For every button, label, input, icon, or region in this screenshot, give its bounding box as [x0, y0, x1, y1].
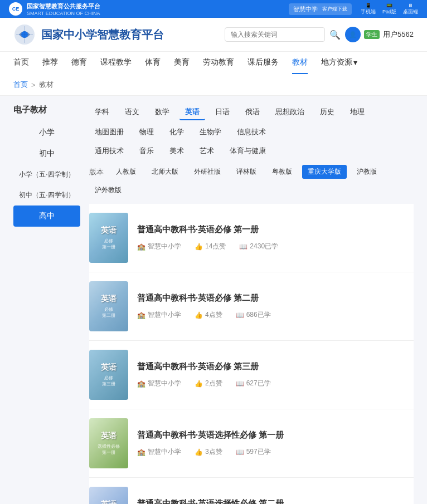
filter-hu[interactable]: 沪教版 — [351, 165, 382, 179]
nav-home[interactable]: 首页 — [13, 52, 29, 74]
filter-yue[interactable]: 粤教版 — [266, 165, 298, 179]
book-item[interactable]: 英语 必修第一册 普通高中教科书·英语必修 第一册 🏫 智慧中小学 👍 14点赞 — [89, 204, 414, 272]
tab-physics[interactable]: 物理 — [134, 125, 159, 139]
book-views: 📖 2430已学 — [239, 242, 278, 251]
tab-politics[interactable]: 思想政治 — [270, 105, 310, 120]
top-bar-title-en: SMART EDUCATION OF CHINA — [27, 11, 100, 16]
sidebar-item-elementary[interactable]: 小学 — [13, 122, 80, 143]
tab-chinese[interactable]: 语文 — [119, 105, 145, 120]
publisher-name: 智慧中小学 — [148, 447, 181, 457]
nav-course[interactable]: 课程教学 — [100, 52, 132, 74]
view-icon: 📖 — [239, 243, 248, 251]
search-input[interactable] — [225, 27, 325, 42]
platform-desktop[interactable]: 🖥 桌面端 — [403, 3, 418, 16]
sidebar-item-middle[interactable]: 初中 — [13, 143, 80, 164]
platform-pad[interactable]: 📟 Pad版 — [382, 3, 396, 16]
book-title: 普通高中教科书·英语必修 第三册 — [137, 361, 414, 372]
tab-biology[interactable]: 生物学 — [194, 125, 227, 139]
top-bar-logo: CE — [9, 2, 22, 16]
nav-afterschool[interactable]: 课后服务 — [248, 52, 279, 74]
filter-version-label: 版本 — [89, 167, 104, 177]
nav-sports[interactable]: 体育 — [145, 52, 161, 74]
nav-labor[interactable]: 劳动教育 — [203, 52, 234, 74]
book-cover: 英语 选择性必修第一册 — [89, 418, 128, 468]
platform-phone-label: 手机端 — [361, 8, 376, 16]
tab-fine-art[interactable]: 美术 — [164, 144, 190, 158]
filter-huforeign[interactable]: 沪外教版 — [89, 183, 127, 197]
tab-math[interactable]: 数学 — [149, 105, 175, 120]
book-views: 📖 686已学 — [236, 310, 271, 320]
book-cover: 英语 选择性必修第二册 — [89, 487, 128, 504]
tab-atlas[interactable]: 地图图册 — [89, 125, 129, 139]
tab-geography[interactable]: 地理 — [344, 105, 370, 120]
tab-pe[interactable]: 体育与健康 — [224, 144, 271, 158]
tab-music[interactable]: 音乐 — [134, 144, 159, 158]
tab-japanese[interactable]: 日语 — [210, 105, 235, 120]
like-icon: 👍 — [195, 243, 203, 251]
filter-pep[interactable]: 人教版 — [110, 165, 142, 179]
publisher-name: 智慧中小学 — [148, 379, 181, 388]
sidebar-item-highschool[interactable]: 高中 — [13, 205, 80, 227]
download-label: 智慧中学 — [293, 5, 318, 13]
top-bar-left: CE 国家智慧教育公共服务平台 SMART EDUCATION OF CHINA — [9, 2, 100, 16]
platform-phone[interactable]: 📱 手机端 — [361, 3, 376, 16]
download-sub: 客户端下载 — [322, 6, 347, 13]
book-publisher: 🏫 智慧中小学 — [137, 242, 181, 251]
desktop-icon: 🖥 — [408, 3, 413, 8]
book-info: 普通高中教科书·英语选择性必修 第二册 🏫 智慧中小学 👍 2点赞 📖 5 — [137, 498, 414, 504]
nav-local[interactable]: 地方资源 ▾ — [321, 52, 357, 74]
book-views: 📖 597已学 — [236, 447, 271, 457]
nav-moral[interactable]: 德育 — [71, 52, 87, 74]
tab-russian[interactable]: 俄语 — [240, 105, 265, 120]
nav-textbook[interactable]: 教材 — [292, 52, 308, 74]
book-title: 普通高中教科书·英语选择性必修 第一册 — [137, 430, 414, 441]
publisher-icon: 🏫 — [137, 311, 145, 319]
book-item[interactable]: 英语 选择性必修第一册 普通高中教科书·英语选择性必修 第一册 🏫 智慧中小学 … — [89, 409, 414, 478]
nav-arts[interactable]: 美育 — [174, 52, 190, 74]
book-item[interactable]: 英语 必修第二册 普通高中教科书·英语必修 第二册 🏫 智慧中小学 👍 4点赞 — [89, 272, 414, 341]
tab-english[interactable]: 英语 — [179, 105, 205, 120]
like-count: 4点赞 — [205, 310, 222, 320]
tab-chemistry[interactable]: 化学 — [164, 125, 190, 139]
sidebar-item-elementary54[interactable]: 小学（五·四学制） — [13, 164, 80, 185]
platform-desktop-label: 桌面端 — [403, 8, 418, 16]
filter-fltrp[interactable]: 外研社版 — [188, 165, 226, 179]
like-icon: 👍 — [195, 311, 203, 319]
tab-history[interactable]: 历史 — [314, 105, 340, 120]
user-info: 👤 学生 用户5562 — [345, 27, 414, 42]
book-item[interactable]: 英语 选择性必修第二册 普通高中教科书·英语选择性必修 第二册 🏫 智慧中小学 … — [89, 478, 414, 504]
like-icon: 👍 — [195, 448, 203, 456]
book-title: 普通高中教科书·英语必修 第二册 — [137, 293, 414, 304]
filter-bnu[interactable]: 北师大版 — [146, 165, 184, 179]
filter-yilin[interactable]: 译林版 — [231, 165, 262, 179]
phone-icon: 📱 — [365, 3, 371, 8]
tab-general-tech[interactable]: 通用技术 — [89, 144, 129, 158]
book-publisher: 🏫 智慧中小学 — [137, 310, 181, 320]
sidebar-item-middle54[interactable]: 初中（五·四学制） — [13, 185, 80, 205]
book-cover: 英语 必修第三册 — [89, 350, 128, 400]
breadcrumb-current: 教材 — [39, 80, 54, 90]
book-item[interactable]: 英语 必修第三册 普通高中教科书·英语必修 第三册 🏫 智慧中小学 👍 2点赞 — [89, 341, 414, 409]
header: 国家中小学智慧教育平台 🔍 👤 学生 用户5562 首页 推荐 德育 课程教学 … — [0, 18, 427, 74]
filter-cqu[interactable]: 重庆大学版 — [302, 165, 347, 179]
book-likes: 👍 3点赞 — [195, 447, 222, 457]
book-meta: 🏫 智慧中小学 👍 3点赞 📖 597已学 — [137, 447, 414, 457]
header-search: 🔍 👤 学生 用户5562 — [225, 27, 414, 42]
publisher-icon: 🏫 — [137, 380, 145, 388]
filter-section: 版本 人教版 北师大版 外研社版 译林版 粤教版 重庆大学版 沪教版 沪外教版 — [89, 165, 414, 197]
publisher-name: 智慧中小学 — [148, 242, 181, 251]
book-cover: 英语 必修第二册 — [89, 281, 128, 331]
search-button[interactable]: 🔍 — [329, 30, 341, 40]
breadcrumb-home-link[interactable]: 首页 — [13, 80, 28, 90]
view-count: 686已学 — [246, 310, 271, 320]
tab-art[interactable]: 艺术 — [194, 144, 220, 158]
tab-it[interactable]: 信息技术 — [231, 125, 271, 139]
tab-subject[interactable]: 学科 — [89, 105, 115, 120]
book-info: 普通高中教科书·英语必修 第一册 🏫 智慧中小学 👍 14点赞 📖 243 — [137, 224, 414, 251]
logo-ce: CE — [12, 6, 20, 12]
like-count: 14点赞 — [205, 242, 226, 251]
book-likes: 👍 2点赞 — [195, 379, 222, 388]
nav-recommend[interactable]: 推荐 — [42, 52, 58, 74]
dropdown-arrow-icon: ▾ — [353, 58, 357, 67]
client-download-btn[interactable]: 智慧中学 客户端下载 — [289, 3, 352, 15]
